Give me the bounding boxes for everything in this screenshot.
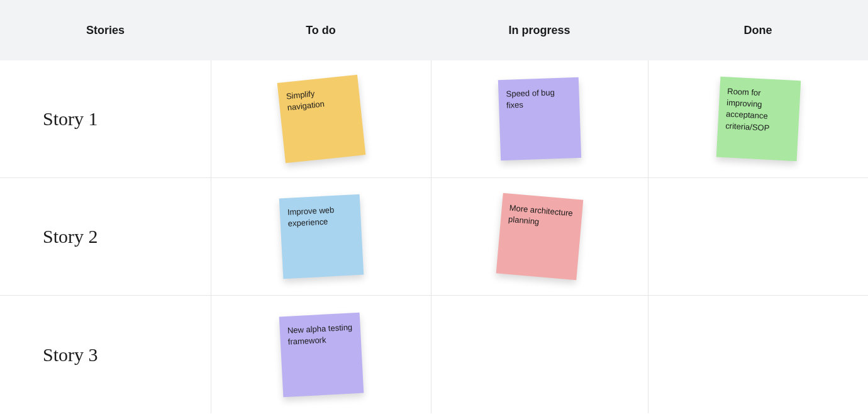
cell-in-progress[interactable]: More architecture planning [431,178,648,295]
column-header-stories: Stories [0,24,211,37]
header-row: Stories To do In progress Done [0,0,868,60]
story-label: Story 3 [0,296,211,413]
sticky-note[interactable]: More architecture planning [496,193,584,281]
cell-todo[interactable]: New alpha testing framework [211,296,431,413]
story-label: Story 2 [0,178,211,295]
sticky-note[interactable]: Speed of bug fixes [498,77,581,160]
cell-done[interactable]: Room for improving acceptance criteria/S… [648,60,868,177]
sticky-note[interactable]: Improve web experience [279,194,364,279]
cell-todo[interactable]: Simplify navigation [211,60,431,177]
column-header-todo: To do [211,24,431,37]
cell-done[interactable] [648,296,868,413]
sticky-note[interactable]: Room for improving acceptance criteria/S… [716,77,801,162]
story-row: Story 2 Improve web experience More arch… [0,178,868,296]
sticky-note[interactable]: New alpha testing framework [279,312,364,397]
story-label: Story 1 [0,60,211,177]
story-row: Story 1 Simplify navigation Speed of bug… [0,60,868,178]
cell-in-progress[interactable] [431,296,648,413]
kanban-board: Stories To do In progress Done Story 1 S… [0,0,868,414]
column-header-done: Done [648,24,868,37]
story-row: Story 3 New alpha testing framework [0,296,868,413]
cell-todo[interactable]: Improve web experience [211,178,431,295]
column-header-in-progress: In progress [431,24,648,37]
cell-done[interactable] [648,178,868,295]
cell-in-progress[interactable]: Speed of bug fixes [431,60,648,177]
sticky-note[interactable]: Simplify navigation [277,75,365,164]
